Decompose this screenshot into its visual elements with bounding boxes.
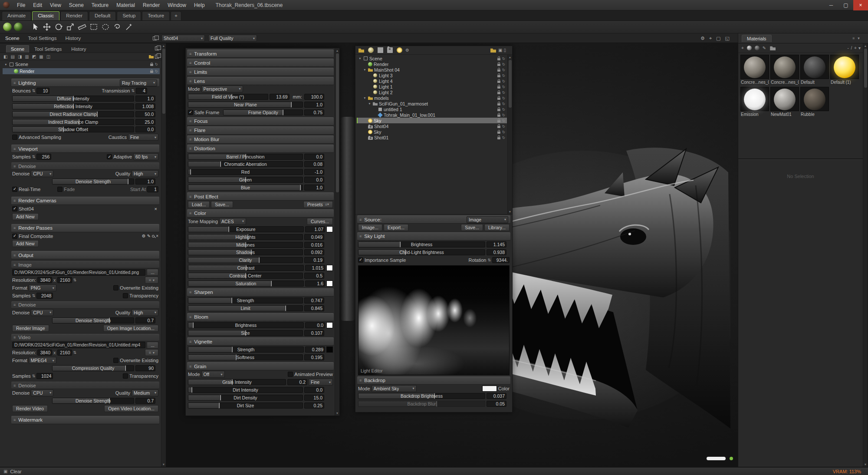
- stepper-icon[interactable]: ⇅: [131, 89, 135, 93]
- tree-item-light-3[interactable]: Light 3↻: [357, 73, 507, 78]
- filter-light-icon[interactable]: [368, 47, 374, 53]
- backdrop-mode-dropdown[interactable]: Ambient Sky▾: [372, 385, 417, 392]
- material-item-rubble[interactable]: Rubble: [800, 87, 829, 118]
- value-box[interactable]: 50.0: [135, 111, 155, 117]
- expander-icon[interactable]: ▾: [363, 68, 367, 72]
- value-box[interactable]: 3840: [37, 350, 52, 356]
- slider-track[interactable]: Exposure: [188, 226, 304, 232]
- tree-item-light-1[interactable]: Light 1↻: [357, 84, 507, 89]
- denoise-device-dropdown[interactable]: CPU▾: [31, 309, 53, 316]
- section-color[interactable]: ≡Color: [187, 209, 334, 218]
- lock-icon[interactable]: [497, 98, 500, 100]
- panel-menu-grip-icon[interactable]: ≡: [852, 36, 855, 40]
- value-box[interactable]: 90: [135, 365, 155, 371]
- value-box[interactable]: 0.0: [304, 387, 324, 393]
- filter-icon-1[interactable]: ▤: [10, 54, 14, 59]
- stepper-icon[interactable]: ⇅: [73, 278, 77, 282]
- section-backdrop[interactable]: ≡Backdrop: [357, 376, 510, 385]
- slider-track[interactable]: Midtones: [188, 242, 303, 248]
- lock-icon[interactable]: [497, 75, 500, 77]
- value-box[interactable]: 0.092: [304, 249, 324, 255]
- animated-preview-checkbox[interactable]: [288, 372, 293, 377]
- backdrop-color-swatch[interactable]: [482, 386, 497, 392]
- maximize-button[interactable]: ▢: [838, 0, 853, 10]
- outliner-scrollbar[interactable]: ▲▼: [507, 55, 512, 214]
- color-swatch[interactable]: [326, 280, 333, 287]
- value-box[interactable]: 0.7: [135, 398, 155, 404]
- section-sky-light[interactable]: ≡Sky Light: [357, 232, 510, 241]
- section-grain[interactable]: ≡Grain: [187, 362, 334, 370]
- value-box[interactable]: 0.7: [135, 317, 155, 323]
- tonemap-dropdown[interactable]: ACES▾: [219, 218, 246, 225]
- value-box[interactable]: 2160: [57, 277, 72, 283]
- grain-mode-dropdown[interactable]: Off▾: [201, 371, 225, 378]
- file-path-field[interactable]: D:/WORK/2024/SciFiGun_01/Render/Revision…: [12, 269, 145, 276]
- left-panel-scrollbar[interactable]: ▲▼: [161, 43, 166, 467]
- menu-material[interactable]: Material: [112, 0, 139, 10]
- load-button[interactable]: Load...: [188, 201, 210, 208]
- value-box[interactable]: 1.0: [304, 185, 324, 191]
- sync-icon[interactable]: ↻: [502, 85, 505, 89]
- safe-frame-checkbox[interactable]: ✓: [188, 110, 193, 115]
- section-distortion[interactable]: ≡Distortion: [187, 145, 334, 153]
- sync-icon[interactable]: ↻: [502, 79, 505, 83]
- rotate-tool-icon[interactable]: [54, 22, 63, 32]
- material-item-concre-nes-01[interactable]: Concre...nes_01: [740, 55, 769, 86]
- stepper-icon[interactable]: ⇅: [487, 258, 491, 262]
- adaptive-checkbox[interactable]: ✓: [107, 154, 112, 159]
- curves-button[interactable]: Curves...: [307, 218, 333, 225]
- menu-view[interactable]: View: [46, 0, 65, 10]
- slider-track[interactable]: Saturation: [188, 280, 304, 287]
- section-vignette[interactable]: ≡Vignette: [187, 337, 334, 346]
- section-lens[interactable]: ≡Lens: [187, 77, 334, 85]
- slider-track[interactable]: Limit: [188, 305, 303, 311]
- slider-track[interactable]: Frame Opacity: [223, 109, 303, 115]
- remove-icon[interactable]: ×: [156, 234, 158, 238]
- expander-icon[interactable]: ▾: [363, 96, 367, 100]
- resolution-preset-button[interactable]: ≡▾: [145, 349, 158, 356]
- image-button[interactable]: Image...: [358, 224, 382, 231]
- materials-splitter[interactable]: [738, 158, 863, 160]
- slider-track[interactable]: Clarity: [188, 257, 303, 263]
- slider-track[interactable]: Field of View (°): [188, 94, 268, 100]
- material-item-concre-nes-02[interactable]: Concre...nes_02: [770, 55, 799, 86]
- slider-track[interactable]: Softness: [188, 354, 303, 360]
- sync-icon[interactable]: ↻: [155, 69, 158, 73]
- color-swatch[interactable]: [326, 322, 333, 328]
- stepper-icon[interactable]: ⇅: [73, 350, 77, 355]
- lock-icon[interactable]: [497, 115, 500, 117]
- value-box[interactable]: 1: [147, 186, 158, 192]
- value-box[interactable]: 0.049: [304, 234, 324, 240]
- section-viewport[interactable]: ≡Viewport: [11, 145, 159, 153]
- section-limits[interactable]: ≡Limits: [187, 68, 334, 76]
- layout-tab-setup[interactable]: Setup: [117, 11, 141, 20]
- caustics-dropdown[interactable]: Fine▾: [128, 134, 158, 141]
- pass-enabled-checkbox[interactable]: ✓: [12, 234, 17, 239]
- value-box[interactable]: 13.69: [270, 94, 289, 100]
- expander-icon[interactable]: ▾: [4, 63, 8, 66]
- denoise-device-dropdown[interactable]: CPU▾: [31, 389, 53, 396]
- tree-item-shot01[interactable]: Shot01↻: [357, 135, 507, 140]
- slider-track[interactable]: Indirect Radiance Clamp: [12, 119, 134, 125]
- material-view-orb-icon[interactable]: [14, 23, 23, 31]
- value-box[interactable]: 0.037: [487, 393, 506, 399]
- close-button[interactable]: ×: [853, 0, 868, 10]
- edit-icon[interactable]: ✎: [147, 234, 151, 238]
- dock-tab-tool-settings[interactable]: Tool Settings: [24, 33, 61, 43]
- lock-icon[interactable]: [150, 71, 153, 73]
- sync-icon[interactable]: ↻: [502, 130, 505, 134]
- sync-icon[interactable]: ↻: [502, 73, 505, 78]
- magnify-icon[interactable]: [152, 235, 155, 238]
- lock-icon[interactable]: [497, 137, 500, 139]
- lock-icon[interactable]: [497, 126, 500, 128]
- value-box[interactable]: 3840: [37, 277, 52, 283]
- filter-camera-icon[interactable]: [387, 47, 393, 53]
- paint-icon[interactable]: ✎: [763, 46, 766, 50]
- color-swatch[interactable]: [326, 226, 333, 232]
- value-box[interactable]: 0.195: [304, 354, 324, 360]
- tree-item-sky[interactable]: Sky↻: [357, 118, 507, 123]
- menu-help[interactable]: Help: [190, 0, 209, 10]
- value-box[interactable]: 100.0: [304, 94, 324, 100]
- subsection-image[interactable]: ≡Image: [11, 261, 159, 268]
- dock-tab-scene[interactable]: Scene: [1, 33, 24, 43]
